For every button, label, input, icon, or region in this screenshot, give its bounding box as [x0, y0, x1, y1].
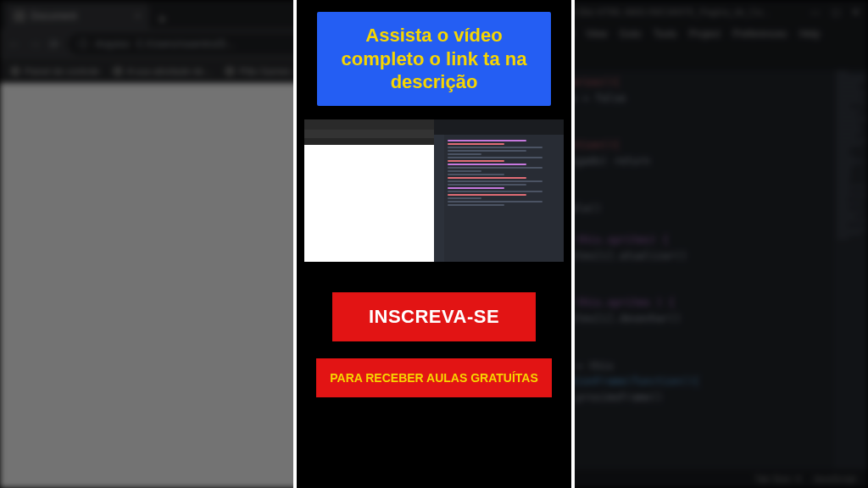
browser-tab-title: Document [31, 10, 77, 22]
thumb-editor [434, 119, 564, 262]
status-language[interactable]: JavaScript [813, 474, 856, 484]
cta-watch-full-video[interactable]: Assista o vídeo completo o link ta na de… [317, 12, 551, 106]
file-scheme-icon: ⓘ [78, 37, 88, 52]
bookmark-icon [225, 66, 235, 76]
address-prefix: Arquivo [95, 38, 130, 50]
editor-minimap[interactable] [832, 69, 868, 469]
file-icon [14, 10, 25, 22]
menu-item-tools[interactable]: Tools [654, 28, 677, 40]
bookmark-icon [10, 66, 20, 76]
maximize-icon[interactable]: ▢ [832, 7, 840, 18]
menu-item-goto[interactable]: Goto [620, 28, 642, 40]
bookmark-icon [113, 66, 123, 76]
forward-icon[interactable]: → [29, 37, 41, 51]
address-path: C:/Users/rosentro/D... [136, 38, 235, 50]
reload-icon[interactable]: ⟳ [49, 37, 59, 51]
thumb-browser [304, 119, 434, 262]
short-overlay: Assista o vídeo completo o link ta na de… [297, 0, 571, 488]
menu-item-help[interactable]: Help [799, 28, 821, 40]
bookmark-label: Painel de controle [25, 66, 99, 76]
back-icon[interactable]: ← [8, 37, 20, 51]
cta-subscribe[interactable]: INSCREVA-SE [332, 292, 536, 341]
menu-item-preferences[interactable]: Preferences [732, 28, 787, 40]
close-icon[interactable]: ✕ [852, 7, 860, 18]
browser-tab[interactable]: Document × [5, 3, 149, 29]
new-tab-button[interactable]: + [149, 11, 175, 29]
menu-item-view[interactable]: View [586, 28, 608, 40]
bookmark-item[interactable]: Painel de controle [10, 66, 99, 76]
bookmark-item[interactable]: A sua atividade de... [113, 66, 211, 76]
close-icon[interactable]: × [135, 10, 141, 22]
status-tab-size[interactable]: Tab Size: 4 [754, 474, 800, 484]
minimize-icon[interactable]: — [810, 7, 820, 18]
cta-free-classes[interactable]: PARA RECEBER AULAS GRATUÍTAS [316, 358, 552, 398]
menu-item-project[interactable]: Project [689, 28, 721, 40]
video-thumbnail [304, 119, 564, 262]
bookmark-label: A sua atividade de... [127, 66, 211, 76]
